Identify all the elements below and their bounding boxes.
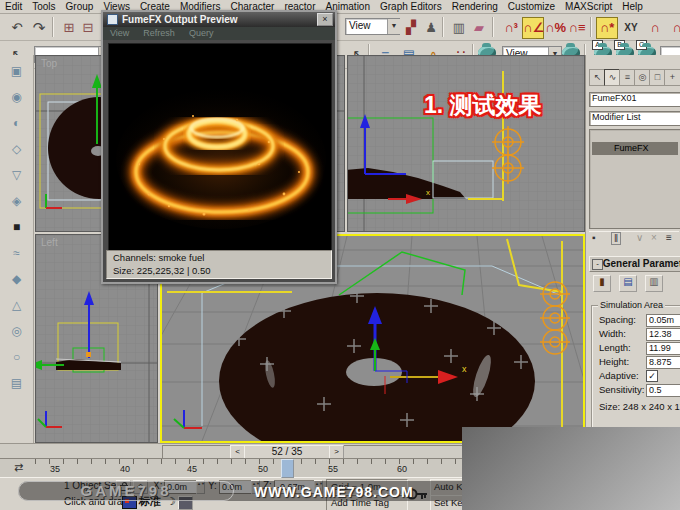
fumefx-preview-window[interactable]: FumeFX Output Preview × View Refresh Que…: [101, 10, 337, 284]
reactor-toolbar-icon-12[interactable]: ○: [7, 347, 27, 367]
modifier-list-dropdown[interactable]: Modifier List: [589, 111, 680, 126]
viewport-left-label[interactable]: Left: [41, 237, 58, 248]
close-icon[interactable]: ×: [317, 13, 333, 26]
snap-icon[interactable]: ∩: [666, 17, 680, 39]
reactor-toolbar: ▣ ◉ ◐ ◇ ▽ ◈ ■ ≈ ◆ △ ◎ ○ ▤: [0, 55, 34, 443]
reactor-toolbar-icon-6[interactable]: ◈: [7, 191, 27, 211]
make-unique-icon[interactable]: ∨: [636, 232, 643, 243]
size-readout: Size: 225,225,32 | 0.50: [107, 264, 331, 277]
undo-icon[interactable]: ↶: [6, 17, 28, 39]
reactor-toolbar-icon-10[interactable]: △: [7, 295, 27, 315]
menu-graph-editors[interactable]: Graph Editors: [375, 1, 447, 13]
menu-maxscript[interactable]: MAXScript: [560, 1, 617, 13]
param-label: Width:: [599, 328, 626, 340]
align-icon[interactable]: ▥: [448, 17, 470, 39]
tab-utilities-icon[interactable]: +: [664, 69, 680, 86]
watermark-badge: GAME798: [18, 481, 234, 501]
adaptive-checkbox[interactable]: ✓: [646, 370, 658, 382]
preview-menu-view[interactable]: View: [103, 27, 136, 40]
show-end-result-icon[interactable]: ‖: [611, 232, 621, 245]
pin-stack-icon[interactable]: ▪: [592, 232, 596, 243]
preset-c-label: C: [636, 40, 647, 50]
preview-window-icon[interactable]: ▤: [619, 275, 637, 292]
viewport-window-icon[interactable]: ▥: [645, 275, 663, 292]
export-simulation-icon[interactable]: ▮: [593, 275, 611, 292]
menu-rendering[interactable]: Rendering: [447, 1, 503, 13]
menu-tools[interactable]: Tools: [27, 1, 60, 13]
current-frame-marker[interactable]: [281, 459, 294, 478]
reactor-toolbar-icon-8[interactable]: ≈: [7, 243, 27, 263]
length-field[interactable]: 11.99: [646, 342, 680, 355]
grid-size-readout: Size: 248 x 240 x 177: [599, 401, 680, 413]
reactor-toolbar-icon-13[interactable]: ▤: [7, 373, 27, 393]
next-frame-icon[interactable]: >: [329, 445, 344, 459]
window-title: FumeFX Output Preview: [122, 14, 317, 25]
reactor-toolbar-icon-4[interactable]: ◇: [7, 139, 27, 159]
param-label: Adaptive:: [599, 370, 639, 382]
sensitivity-field[interactable]: 0.5: [646, 384, 680, 397]
rollout-general-parameters[interactable]: - General Parameters: [589, 256, 680, 272]
tick-label: 45: [182, 464, 202, 474]
snap-toggle-3d-icon[interactable]: ∩³: [500, 17, 522, 39]
watermark-site: WWW.GAME798.COM: [254, 484, 414, 500]
modifier-stack-item-fumefx[interactable]: FumeFX: [592, 142, 678, 155]
watermark-banner: GAME798 WWW.GAME798.COM: [18, 481, 486, 501]
tick-label: 60: [392, 464, 412, 474]
preview-menu-refresh[interactable]: Refresh: [136, 27, 182, 40]
menu-help[interactable]: Help: [617, 1, 648, 13]
height-field[interactable]: 8.875: [646, 356, 680, 369]
param-label: Length:: [599, 342, 631, 354]
percent-snap-toggle-icon[interactable]: ∩%: [544, 17, 566, 39]
keyboard-shortcut-override-icon[interactable]: ∩*: [596, 17, 618, 39]
snap-icon[interactable]: ∩: [644, 17, 666, 39]
simulation-area-group: Simulation Area Spacing: 0.05m Width: 12…: [591, 305, 680, 431]
svg-text:x: x: [426, 188, 430, 197]
tick-label: 55: [323, 464, 343, 474]
configure-modifier-sets-icon[interactable]: ≡: [666, 232, 672, 243]
reactor-toolbar-icon-2[interactable]: ◉: [7, 87, 27, 107]
fumefx-preview-titlebar[interactable]: FumeFX Output Preview ×: [103, 12, 335, 27]
previous-frame-icon[interactable]: <: [230, 445, 245, 459]
redo-icon[interactable]: ↷: [28, 17, 50, 39]
reactor-toolbar-icon-7[interactable]: ■: [7, 217, 27, 237]
menu-edit[interactable]: Edit: [0, 1, 27, 13]
toolbar-separator: [52, 17, 54, 37]
viewport-front[interactable]: x: [347, 55, 585, 232]
reactor-toolbar-icon-5[interactable]: ▽: [7, 165, 27, 185]
angle-snap-toggle-icon[interactable]: ∩∠: [522, 17, 544, 39]
reactor-toolbar-icon-9[interactable]: ◆: [7, 269, 27, 289]
fumefx-preview-image: [108, 43, 332, 251]
toolbar-separator: [442, 17, 444, 37]
spinner-snap-toggle-icon[interactable]: ∩≡: [566, 17, 588, 39]
preview-menu-query[interactable]: Query: [182, 27, 221, 40]
fumefx-preview-menubar: View Refresh Query: [103, 27, 335, 40]
param-label: Spacing:: [599, 314, 636, 326]
menu-customize[interactable]: Customize: [503, 1, 560, 13]
reactor-toolbar-icon-1[interactable]: ▣: [7, 61, 27, 81]
reference-coordinate-dropdown[interactable]: View ▼: [345, 18, 401, 35]
simulation-area-title: Simulation Area: [598, 300, 665, 310]
3dsmax-window: Edit Tools Group Views Create Modifiers …: [0, 0, 680, 510]
remove-modifier-icon[interactable]: ×: [651, 232, 657, 243]
time-slider-handle[interactable]: 52 / 35: [244, 445, 330, 459]
spacing-field[interactable]: 0.05m: [646, 314, 680, 327]
reactor-toolbar-icon-11[interactable]: ◎: [7, 321, 27, 341]
collapse-icon[interactable]: -: [592, 259, 603, 270]
preset-a-label: A: [592, 40, 603, 50]
mirror-icon[interactable]: ▞: [400, 17, 422, 39]
character-icon[interactable]: ♟: [420, 17, 442, 39]
reactor-toolbar-icon-3[interactable]: ◐: [7, 113, 27, 133]
object-name-field[interactable]: FumeFX01: [589, 92, 680, 107]
channels-readout: Channels: smoke fuel: [107, 251, 331, 264]
width-field[interactable]: 12.38: [646, 328, 680, 341]
erase-icon[interactable]: ▰: [468, 17, 490, 39]
trackbar-filter-icon[interactable]: ⇄: [14, 461, 23, 474]
window-icon: [107, 14, 118, 25]
viewport-top-label[interactable]: Top: [41, 58, 57, 69]
param-label: Height:: [599, 356, 629, 368]
modifier-stack: FumeFX: [589, 129, 680, 229]
menu-group[interactable]: Group: [61, 1, 99, 13]
xy-axis-constraint-icon[interactable]: XY: [620, 17, 642, 39]
param-label: Sensitivity:: [599, 384, 644, 396]
chevron-down-icon[interactable]: ▼: [387, 19, 400, 34]
